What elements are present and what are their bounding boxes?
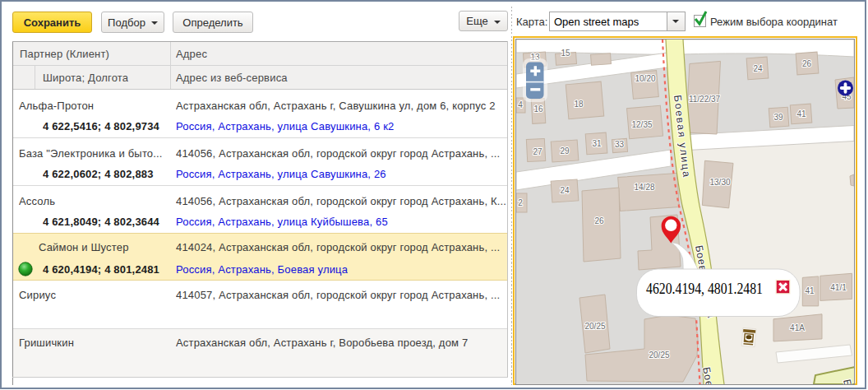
svg-text:33: 33 [615, 140, 625, 149]
svg-text:41: 41 [805, 286, 815, 295]
svg-text:24: 24 [560, 186, 570, 195]
svg-text:20/25: 20/25 [649, 351, 669, 360]
svg-text:13/30: 13/30 [709, 178, 730, 187]
svg-text:15: 15 [561, 49, 570, 58]
svg-text:11/22/37: 11/22/37 [689, 95, 721, 104]
svg-text:41A: 41A [790, 323, 805, 332]
svg-text:24: 24 [753, 64, 763, 73]
svg-text:26: 26 [802, 59, 812, 68]
svg-text:20/25: 20/25 [584, 322, 605, 331]
svg-text:31: 31 [592, 139, 602, 148]
svg-text:12/35: 12/35 [631, 120, 652, 129]
svg-text:27: 27 [533, 147, 542, 156]
svg-text:4620.4194, 4801.2481: 4620.4194, 4801.2481 [646, 280, 763, 297]
svg-text:2: 2 [518, 198, 523, 207]
svg-text:18: 18 [574, 100, 584, 109]
svg-text:41: 41 [796, 109, 806, 118]
svg-text:10/20: 10/20 [635, 74, 655, 83]
svg-text:39: 39 [773, 113, 783, 122]
svg-text:16: 16 [533, 104, 543, 114]
svg-text:26: 26 [594, 216, 604, 225]
svg-text:29: 29 [560, 146, 570, 156]
svg-text:14/28: 14/28 [634, 183, 654, 192]
svg-text:4: 4 [518, 100, 523, 109]
svg-text:41/1: 41/1 [830, 283, 847, 292]
